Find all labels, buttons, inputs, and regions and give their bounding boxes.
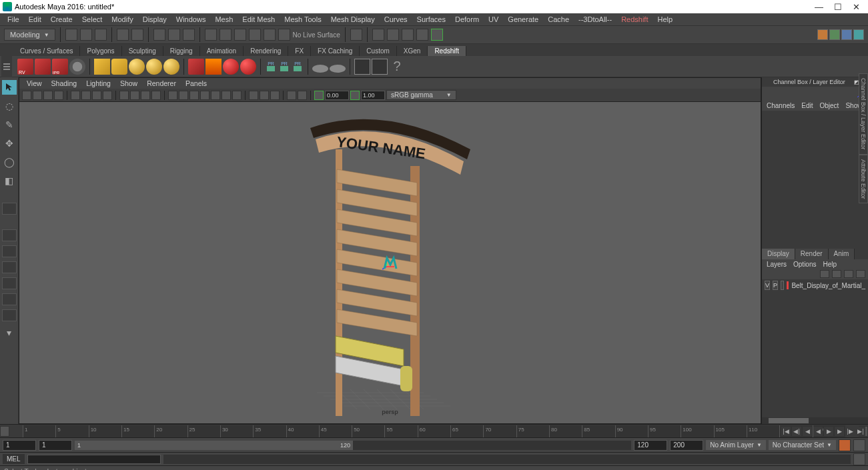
layout-d-icon[interactable]: [853, 29, 864, 40]
panel-menu-panels[interactable]: Panels: [181, 79, 211, 88]
rs-aov-icon[interactable]: [354, 59, 370, 75]
play-back-button[interactable]: ◀: [813, 427, 823, 436]
shelf-tab-xgen[interactable]: XGen: [397, 46, 428, 56]
shelf-tab-polygons[interactable]: Polygons: [80, 46, 121, 56]
gate-end-input[interactable]: [361, 91, 385, 100]
layout-persp-outliner-icon[interactable]: [2, 261, 17, 273]
rs-pr3-icon[interactable]: PR: [292, 59, 304, 75]
pt-lights-icon[interactable]: [200, 91, 209, 100]
undo-icon[interactable]: [117, 29, 129, 41]
goto-end-button[interactable]: ▶|: [856, 427, 865, 436]
pt-camera-select-icon[interactable]: [22, 91, 31, 100]
range-track[interactable]: 1 120: [75, 441, 631, 450]
tab-attribute-editor[interactable]: Attribute Editor: [859, 155, 868, 204]
layer-row[interactable]: V P Belt_Display_of_Martial_: [762, 279, 868, 291]
last-tool[interactable]: [2, 203, 17, 215]
menu-generate[interactable]: Generate: [503, 14, 543, 25]
timeslider-track[interactable]: 1 5 10 15 20 25 30 35 40 45 50 55 60 65 …: [23, 425, 845, 437]
snap-view-icon[interactable]: [278, 29, 290, 41]
layout-persp-graph-icon[interactable]: [2, 293, 17, 305]
select-by-object-icon[interactable]: [168, 29, 180, 41]
layer-tab-display[interactable]: Display: [762, 249, 795, 259]
save-scene-icon[interactable]: [95, 29, 107, 41]
open-scene-icon[interactable]: [80, 29, 92, 41]
redo-icon[interactable]: [131, 29, 143, 41]
shelf-tab-custom[interactable]: Custom: [360, 46, 396, 56]
menu-create[interactable]: Create: [46, 14, 77, 25]
rs-disk2-icon[interactable]: [330, 65, 346, 73]
gate-start-input[interactable]: [325, 91, 349, 100]
chmenu-channels[interactable]: Channels: [763, 101, 798, 110]
ipr-render-icon[interactable]: [387, 29, 399, 41]
range-out-input[interactable]: [634, 440, 667, 451]
layout-fourview-icon[interactable]: [2, 245, 17, 257]
layer-hscrollbar[interactable]: [762, 417, 868, 424]
menu-help[interactable]: Help: [653, 14, 677, 25]
pt-grid-icon[interactable]: [92, 91, 101, 100]
pt-bookmark-icon[interactable]: [43, 91, 53, 100]
shelf-tab-curves[interactable]: Curves / Surfaces: [13, 46, 80, 56]
layout-script-icon[interactable]: [2, 309, 17, 321]
menu-modify[interactable]: Modify: [107, 14, 137, 25]
scrollbar-thumb[interactable]: [769, 418, 809, 423]
layout-b-icon[interactable]: [829, 29, 840, 40]
new-scene-icon[interactable]: [65, 29, 77, 41]
menu-windows[interactable]: Windows: [171, 14, 211, 25]
menu-deform[interactable]: Deform: [450, 14, 484, 25]
pt-film-gate-icon[interactable]: [103, 91, 112, 100]
lasso-tool[interactable]: ◌: [2, 99, 17, 113]
layer-tab-render[interactable]: Render: [795, 249, 829, 259]
rs-light-point-icon[interactable]: [111, 59, 127, 75]
colorspace-dropdown[interactable]: sRGB gamma ▼: [386, 90, 456, 100]
redshift-settings-icon[interactable]: [69, 59, 85, 75]
chmenu-object[interactable]: Object: [817, 101, 843, 110]
shelf-tab-redshift[interactable]: Redshift: [428, 46, 466, 56]
pt-wireframe-icon[interactable]: [168, 91, 177, 100]
range-bar[interactable]: 1 120: [75, 441, 353, 450]
shelf-options-icon[interactable]: [1, 56, 12, 77]
rs-material-icon[interactable]: [223, 59, 239, 75]
range-start-input[interactable]: [3, 440, 36, 451]
script-language-label[interactable]: MEL: [3, 454, 25, 464]
rs-light-dome-icon[interactable]: [129, 59, 145, 75]
shelf-tab-fxcaching[interactable]: FX Caching: [311, 46, 360, 56]
select-by-component-icon[interactable]: [183, 29, 195, 41]
maximize-button[interactable]: ☐: [834, 2, 842, 12]
anim-prefs-icon[interactable]: [853, 439, 865, 451]
command-input[interactable]: [27, 455, 161, 464]
menu-file[interactable]: File: [3, 14, 24, 25]
menu-redshift[interactable]: Redshift: [616, 14, 653, 25]
render-view-icon[interactable]: [431, 29, 443, 41]
redshift-ipr-icon[interactable]: [52, 59, 68, 75]
rs-light-sun-icon[interactable]: [163, 59, 179, 75]
chmenu-edit[interactable]: Edit: [798, 101, 816, 110]
snap-grid-icon[interactable]: [205, 29, 217, 41]
layer-movedown-icon[interactable]: [832, 270, 841, 278]
menu-display[interactable]: Display: [138, 14, 171, 25]
workspace-mode-dropdown[interactable]: Modeling ▼: [4, 29, 55, 41]
autokey-toggle[interactable]: [839, 439, 851, 451]
pt-smooth-shade-icon[interactable]: [179, 91, 188, 100]
pt-xray-icon[interactable]: [260, 91, 269, 100]
pt-gate-end-icon[interactable]: [350, 91, 360, 100]
rs-log-icon[interactable]: [372, 59, 388, 75]
step-back-key-button[interactable]: ◀|: [792, 427, 801, 436]
rs-proxy-icon[interactable]: [188, 59, 204, 75]
redshift-render-icon[interactable]: [35, 59, 51, 75]
redshift-rv-icon[interactable]: [17, 59, 33, 75]
viewport-3d[interactable]: YOUR NAME persp: [19, 102, 761, 423]
script-editor-icon[interactable]: [853, 453, 865, 465]
layer-new-empty-icon[interactable]: [844, 270, 853, 278]
rs-light-ies-icon[interactable]: [146, 59, 162, 75]
menu-select[interactable]: Select: [77, 14, 107, 25]
move-tool[interactable]: ✥: [2, 136, 17, 151]
pt-field-chart-icon[interactable]: [141, 91, 150, 100]
tab-channel-box[interactable]: Channel Box / Layer Editor: [859, 73, 868, 155]
range-end-input[interactable]: [670, 440, 703, 451]
layout-single-icon[interactable]: [2, 229, 17, 241]
paint-select-tool[interactable]: ✎: [2, 117, 17, 132]
construction-history-icon[interactable]: [350, 29, 362, 41]
rs-light-area-icon[interactable]: [94, 59, 110, 75]
snap-point-icon[interactable]: [234, 29, 246, 41]
step-back-button[interactable]: ◀: [803, 427, 812, 436]
